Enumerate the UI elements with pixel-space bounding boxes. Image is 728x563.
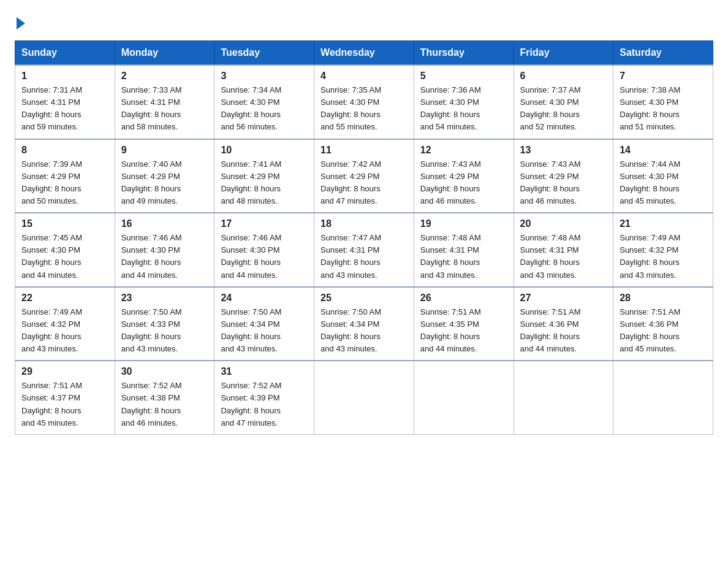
day-number: 14 — [620, 145, 707, 156]
day-info: Sunrise: 7:49 AMSunset: 4:32 PMDaylight:… — [21, 306, 108, 356]
day-info: Sunrise: 7:51 AMSunset: 4:35 PMDaylight:… — [420, 306, 507, 356]
day-number: 19 — [420, 218, 507, 229]
table-cell: 23Sunrise: 7:50 AMSunset: 4:33 PMDayligh… — [115, 287, 214, 361]
day-number: 13 — [520, 145, 607, 156]
day-number: 3 — [221, 71, 308, 82]
day-number: 2 — [121, 71, 208, 82]
table-cell: 14Sunrise: 7:44 AMSunset: 4:30 PMDayligh… — [613, 139, 713, 213]
day-number: 25 — [320, 293, 408, 304]
day-info: Sunrise: 7:45 AMSunset: 4:30 PMDaylight:… — [21, 232, 108, 282]
day-info: Sunrise: 7:43 AMSunset: 4:29 PMDaylight:… — [520, 158, 607, 208]
day-info: Sunrise: 7:38 AMSunset: 4:30 PMDaylight:… — [620, 84, 707, 134]
day-number: 18 — [320, 218, 408, 229]
day-number: 22 — [21, 293, 108, 304]
logo — [15, 15, 25, 29]
day-info: Sunrise: 7:50 AMSunset: 4:34 PMDaylight:… — [320, 306, 408, 356]
day-info: Sunrise: 7:34 AMSunset: 4:30 PMDaylight:… — [221, 84, 308, 134]
week-row-2: 8Sunrise: 7:39 AMSunset: 4:29 PMDaylight… — [15, 139, 713, 213]
table-cell — [414, 361, 514, 434]
day-number: 20 — [520, 218, 607, 229]
table-cell: 4Sunrise: 7:35 AMSunset: 4:30 PMDaylight… — [314, 65, 414, 139]
day-number: 17 — [221, 218, 308, 229]
day-number: 29 — [21, 366, 108, 377]
table-cell: 20Sunrise: 7:48 AMSunset: 4:31 PMDayligh… — [514, 213, 613, 287]
day-info: Sunrise: 7:50 AMSunset: 4:33 PMDaylight:… — [121, 306, 208, 356]
logo-triangle-icon — [17, 17, 25, 29]
day-info: Sunrise: 7:51 AMSunset: 4:36 PMDaylight:… — [520, 306, 607, 356]
day-number: 11 — [320, 145, 408, 156]
day-number: 26 — [420, 293, 507, 304]
table-cell: 27Sunrise: 7:51 AMSunset: 4:36 PMDayligh… — [514, 287, 613, 361]
calendar-table: SundayMondayTuesdayWednesdayThursdayFrid… — [15, 40, 713, 435]
day-number: 15 — [21, 218, 108, 229]
table-cell: 12Sunrise: 7:43 AMSunset: 4:29 PMDayligh… — [414, 139, 514, 213]
table-cell: 30Sunrise: 7:52 AMSunset: 4:38 PMDayligh… — [115, 361, 214, 434]
day-info: Sunrise: 7:51 AMSunset: 4:36 PMDaylight:… — [620, 306, 707, 356]
day-number: 16 — [121, 218, 208, 229]
day-info: Sunrise: 7:50 AMSunset: 4:34 PMDaylight:… — [221, 306, 308, 356]
weekday-header-thursday: Thursday — [414, 41, 514, 66]
day-info: Sunrise: 7:44 AMSunset: 4:30 PMDaylight:… — [620, 158, 707, 208]
day-info: Sunrise: 7:35 AMSunset: 4:30 PMDaylight:… — [320, 84, 408, 134]
table-cell: 29Sunrise: 7:51 AMSunset: 4:37 PMDayligh… — [15, 361, 115, 434]
day-number: 24 — [221, 293, 308, 304]
table-cell: 7Sunrise: 7:38 AMSunset: 4:30 PMDaylight… — [613, 65, 713, 139]
day-number: 12 — [420, 145, 507, 156]
day-info: Sunrise: 7:48 AMSunset: 4:31 PMDaylight:… — [520, 232, 607, 282]
table-cell: 17Sunrise: 7:46 AMSunset: 4:30 PMDayligh… — [214, 213, 314, 287]
table-cell: 2Sunrise: 7:33 AMSunset: 4:31 PMDaylight… — [115, 65, 214, 139]
table-cell — [314, 361, 414, 434]
day-number: 30 — [121, 366, 208, 377]
day-info: Sunrise: 7:41 AMSunset: 4:29 PMDaylight:… — [221, 158, 308, 208]
table-cell: 28Sunrise: 7:51 AMSunset: 4:36 PMDayligh… — [613, 287, 713, 361]
day-info: Sunrise: 7:49 AMSunset: 4:32 PMDaylight:… — [620, 232, 707, 282]
day-info: Sunrise: 7:37 AMSunset: 4:30 PMDaylight:… — [520, 84, 607, 134]
week-row-3: 15Sunrise: 7:45 AMSunset: 4:30 PMDayligh… — [15, 213, 713, 287]
table-cell: 1Sunrise: 7:31 AMSunset: 4:31 PMDaylight… — [15, 65, 115, 139]
day-info: Sunrise: 7:42 AMSunset: 4:29 PMDaylight:… — [320, 158, 408, 208]
table-cell: 11Sunrise: 7:42 AMSunset: 4:29 PMDayligh… — [314, 139, 414, 213]
day-info: Sunrise: 7:33 AMSunset: 4:31 PMDaylight:… — [121, 84, 208, 134]
weekday-header-sunday: Sunday — [15, 41, 115, 66]
table-cell: 19Sunrise: 7:48 AMSunset: 4:31 PMDayligh… — [414, 213, 514, 287]
table-cell: 24Sunrise: 7:50 AMSunset: 4:34 PMDayligh… — [214, 287, 314, 361]
day-info: Sunrise: 7:52 AMSunset: 4:39 PMDaylight:… — [221, 380, 308, 429]
weekday-header-friday: Friday — [514, 41, 613, 66]
day-info: Sunrise: 7:39 AMSunset: 4:29 PMDaylight:… — [21, 158, 108, 208]
day-number: 27 — [520, 293, 607, 304]
weekday-header-tuesday: Tuesday — [214, 41, 314, 66]
page-header — [15, 15, 713, 29]
table-cell: 10Sunrise: 7:41 AMSunset: 4:29 PMDayligh… — [214, 139, 314, 213]
day-info: Sunrise: 7:31 AMSunset: 4:31 PMDaylight:… — [21, 84, 108, 134]
day-info: Sunrise: 7:43 AMSunset: 4:29 PMDaylight:… — [420, 158, 507, 208]
table-cell — [514, 361, 613, 434]
table-cell: 16Sunrise: 7:46 AMSunset: 4:30 PMDayligh… — [115, 213, 214, 287]
day-info: Sunrise: 7:40 AMSunset: 4:29 PMDaylight:… — [121, 158, 208, 208]
day-number: 28 — [620, 293, 707, 304]
week-row-4: 22Sunrise: 7:49 AMSunset: 4:32 PMDayligh… — [15, 287, 713, 361]
calendar-header: SundayMondayTuesdayWednesdayThursdayFrid… — [15, 41, 713, 66]
day-number: 21 — [620, 218, 707, 229]
table-cell: 21Sunrise: 7:49 AMSunset: 4:32 PMDayligh… — [613, 213, 713, 287]
day-info: Sunrise: 7:46 AMSunset: 4:30 PMDaylight:… — [221, 232, 308, 282]
table-cell: 22Sunrise: 7:49 AMSunset: 4:32 PMDayligh… — [15, 287, 115, 361]
table-cell: 13Sunrise: 7:43 AMSunset: 4:29 PMDayligh… — [514, 139, 613, 213]
day-info: Sunrise: 7:48 AMSunset: 4:31 PMDaylight:… — [420, 232, 507, 282]
weekday-header-monday: Monday — [115, 41, 214, 66]
day-number: 5 — [420, 71, 507, 82]
table-cell: 5Sunrise: 7:36 AMSunset: 4:30 PMDaylight… — [414, 65, 514, 139]
day-info: Sunrise: 7:46 AMSunset: 4:30 PMDaylight:… — [121, 232, 208, 282]
table-cell: 9Sunrise: 7:40 AMSunset: 4:29 PMDaylight… — [115, 139, 214, 213]
weekday-header-row: SundayMondayTuesdayWednesdayThursdayFrid… — [15, 41, 713, 66]
table-cell: 3Sunrise: 7:34 AMSunset: 4:30 PMDaylight… — [214, 65, 314, 139]
day-info: Sunrise: 7:52 AMSunset: 4:38 PMDaylight:… — [121, 380, 208, 429]
weekday-header-saturday: Saturday — [613, 41, 713, 66]
calendar-body: 1Sunrise: 7:31 AMSunset: 4:31 PMDaylight… — [15, 65, 713, 434]
day-number: 10 — [221, 145, 308, 156]
day-number: 9 — [121, 145, 208, 156]
day-info: Sunrise: 7:47 AMSunset: 4:31 PMDaylight:… — [320, 232, 408, 282]
day-number: 7 — [620, 71, 707, 82]
table-cell: 18Sunrise: 7:47 AMSunset: 4:31 PMDayligh… — [314, 213, 414, 287]
table-cell: 26Sunrise: 7:51 AMSunset: 4:35 PMDayligh… — [414, 287, 514, 361]
table-cell — [613, 361, 713, 434]
